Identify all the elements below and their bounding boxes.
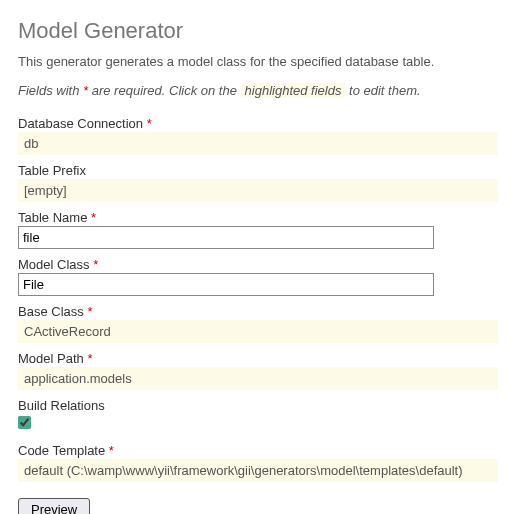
value-base-class[interactable]: CActiveRecord	[18, 320, 498, 343]
field-code-template: Code Template * default (C:\wamp\www\yii…	[18, 443, 499, 482]
checkbox-build-relations[interactable]	[18, 416, 31, 429]
hint-text-2: are required. Click on the	[88, 83, 240, 98]
value-table-prefix[interactable]: [empty]	[18, 179, 498, 202]
label-table-name: Table Name *	[18, 210, 499, 225]
label-text: Base Class	[18, 304, 87, 319]
label-build-relations: Build Relations	[18, 398, 499, 413]
page-description: This generator generates a model class f…	[18, 54, 499, 69]
hint-text-1: Fields with	[18, 83, 83, 98]
value-code-template[interactable]: default (C:\wamp\www\yii\framework\gii\g…	[18, 459, 498, 482]
label-model-class: Model Class *	[18, 257, 499, 272]
highlighted-fields-sample: highlighted fields	[241, 83, 346, 98]
label-text: Model Class	[18, 257, 93, 272]
required-asterisk: *	[93, 257, 98, 272]
label-database-connection: Database Connection *	[18, 116, 499, 131]
page-title: Model Generator	[18, 18, 499, 44]
hint-text-3: to edit them.	[345, 83, 420, 98]
value-database-connection[interactable]: db	[18, 132, 498, 155]
label-text: Model Path	[18, 351, 87, 366]
required-asterisk: *	[87, 351, 92, 366]
input-table-name[interactable]	[18, 226, 434, 249]
required-asterisk: *	[91, 210, 96, 225]
input-model-class[interactable]	[18, 273, 434, 296]
label-base-class: Base Class *	[18, 304, 499, 319]
field-database-connection: Database Connection * db	[18, 116, 499, 155]
field-model-class: Model Class *	[18, 257, 499, 296]
required-asterisk: *	[109, 443, 114, 458]
preview-button[interactable]: Preview	[18, 498, 90, 514]
field-base-class: Base Class * CActiveRecord	[18, 304, 499, 343]
label-text: Table Name	[18, 210, 91, 225]
label-model-path: Model Path *	[18, 351, 499, 366]
label-text: Code Template	[18, 443, 109, 458]
label-code-template: Code Template *	[18, 443, 499, 458]
label-table-prefix: Table Prefix	[18, 163, 499, 178]
required-asterisk: *	[147, 116, 152, 131]
field-table-name: Table Name *	[18, 210, 499, 249]
label-text: Database Connection	[18, 116, 147, 131]
value-model-path[interactable]: application.models	[18, 367, 498, 390]
required-hint: Fields with * are required. Click on the…	[18, 83, 499, 98]
field-build-relations: Build Relations	[18, 398, 499, 435]
field-model-path: Model Path * application.models	[18, 351, 499, 390]
required-asterisk: *	[87, 304, 92, 319]
field-table-prefix: Table Prefix [empty]	[18, 163, 499, 202]
